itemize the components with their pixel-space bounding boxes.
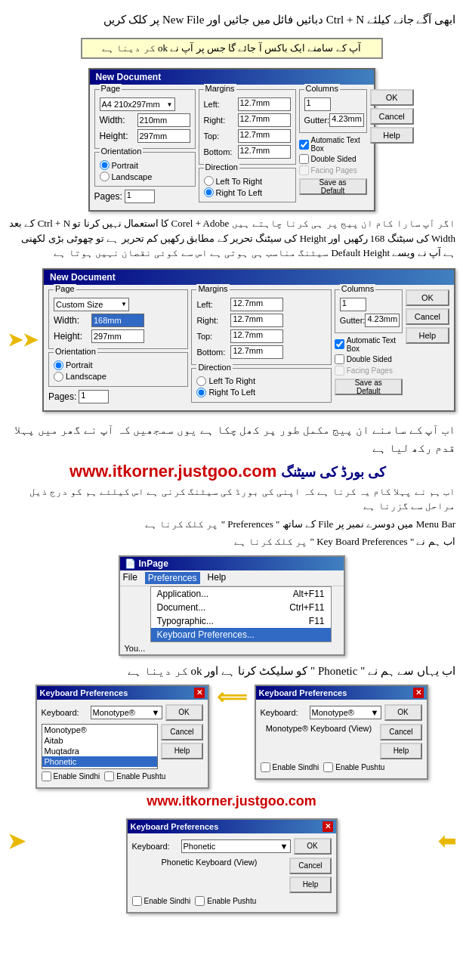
gutter-input[interactable]: 4.23mm bbox=[329, 113, 364, 127]
keyboard-listbox-left[interactable]: Monotype® Aitab Muqtadra Phonetic bbox=[42, 724, 159, 769]
rtl-radio-2[interactable] bbox=[196, 388, 206, 397]
list-item-monotype[interactable]: Monotype® bbox=[42, 725, 158, 735]
cancel-button-bottom[interactable]: Cancel bbox=[289, 858, 331, 874]
help-button-2[interactable]: Help bbox=[406, 327, 449, 344]
gutter-input-2[interactable]: 4.23mm bbox=[365, 314, 400, 327]
columns-input-2[interactable]: 1 bbox=[340, 298, 366, 311]
keyboard-select-left[interactable]: Monotype® ▼ bbox=[91, 706, 162, 719]
rtl-radio[interactable] bbox=[204, 187, 214, 197]
top-margin[interactable]: 12.7mm bbox=[238, 129, 291, 143]
help-button-1[interactable]: Help bbox=[370, 127, 414, 144]
enable-sindhi-right[interactable] bbox=[261, 762, 270, 772]
urdu-text-3: اب ہم نے پہلا کام یہ کرنا ہے کہ اپنی کی … bbox=[8, 484, 455, 514]
bottom-margin-2[interactable]: 12.7mm bbox=[230, 345, 283, 359]
menu-help[interactable]: Help bbox=[208, 572, 227, 584]
auto-textbox-check-2[interactable] bbox=[335, 339, 344, 349]
ok-button-1[interactable]: OK bbox=[370, 89, 414, 106]
ok-button-bottom[interactable]: OK bbox=[294, 838, 332, 855]
page-section-label: Page bbox=[100, 84, 122, 93]
left-margin[interactable]: 12.7mm bbox=[238, 97, 291, 111]
chevron-down-icon-left: ▼ bbox=[152, 708, 160, 717]
enable-sindhi-left[interactable] bbox=[42, 771, 51, 781]
help-button-bottom[interactable]: Help bbox=[289, 876, 331, 893]
ok-button-right[interactable]: OK bbox=[384, 704, 422, 721]
pages-input-2[interactable]: 1 bbox=[79, 390, 109, 403]
portrait-radio-2[interactable] bbox=[54, 360, 63, 370]
preferences-dropdown: Application...Alt+F11 Document...Ctrl+F1… bbox=[150, 586, 332, 642]
menu-item-application[interactable]: Application...Alt+F11 bbox=[151, 587, 331, 601]
arrow-left: ⟸ bbox=[217, 685, 247, 709]
help-button-left[interactable]: Help bbox=[161, 743, 202, 759]
kb-pref-left: Keyboard Preferences ✕ Keyboard: Monotyp… bbox=[35, 685, 209, 789]
enable-pushtu-left[interactable] bbox=[104, 771, 114, 781]
website-banner: www.itkorner.justgoo.com کی بورڈ کی سیٹن… bbox=[8, 462, 455, 481]
chevron-down-icon: ▼ bbox=[167, 101, 173, 108]
arrow-bottom-right: ⬅ bbox=[438, 829, 455, 854]
close-icon-left[interactable]: ✕ bbox=[194, 688, 205, 698]
ltr-radio-2[interactable] bbox=[196, 376, 206, 386]
chevron-down-icon-2: ▼ bbox=[121, 301, 127, 308]
website-banner-2: www.itkorner.justgoo.com bbox=[8, 793, 455, 809]
list-item-muqtadra[interactable]: Muqtadra bbox=[42, 746, 158, 756]
double-sided-check[interactable] bbox=[299, 154, 309, 164]
left-margin-2[interactable]: 12.7mm bbox=[230, 298, 283, 311]
page-size-select[interactable]: A4 210x297mm ▼ bbox=[100, 97, 175, 111]
inpage-window: 📄 InPage File Preferences Help Applicati… bbox=[119, 555, 345, 656]
ltr-radio[interactable] bbox=[204, 176, 214, 186]
close-icon-right[interactable]: ✕ bbox=[413, 688, 424, 698]
enable-pushtu-right[interactable] bbox=[323, 762, 333, 772]
save-default-button-2[interactable]: Save as Default bbox=[335, 379, 403, 395]
double-sided-check-2[interactable] bbox=[335, 354, 344, 364]
kb-pref-container: Keyboard Preferences ✕ Keyboard: Monotyp… bbox=[8, 685, 455, 789]
landscape-radio[interactable] bbox=[100, 172, 110, 181]
portrait-radio[interactable] bbox=[100, 160, 110, 170]
inpage-menubar[interactable]: File Preferences Help bbox=[120, 570, 344, 586]
urdu-text-4: Menu Bar میں دوسرے نمبر پر File کے ساتھ … bbox=[8, 517, 455, 532]
cancel-button-1[interactable]: Cancel bbox=[370, 108, 414, 125]
ok-button-left[interactable]: OK bbox=[165, 704, 203, 721]
height-input-2[interactable]: 297mm bbox=[91, 329, 144, 343]
arrow-bottom-left: ➤ bbox=[8, 829, 25, 854]
menu-preferences[interactable]: Preferences bbox=[145, 572, 200, 584]
pages-input[interactable]: 1 bbox=[125, 190, 155, 203]
landscape-radio-2[interactable] bbox=[54, 372, 63, 382]
new-document-dialog-1: New Document Page A4 210x297mm ▼ Wid bbox=[88, 68, 375, 212]
kb-pref-right: Keyboard Preferences ✕ Keyboard: Monotyp… bbox=[255, 685, 428, 780]
width-input-2[interactable]: 168mm bbox=[91, 314, 144, 327]
menu-item-keyboard-preferences[interactable]: Keyboard Preferences... bbox=[151, 628, 331, 641]
list-item-phonetic[interactable]: Phonetic bbox=[42, 756, 158, 767]
right-margin-2[interactable]: 12.7mm bbox=[230, 314, 283, 327]
columns-input[interactable]: 1 bbox=[304, 97, 331, 111]
right-margin[interactable]: 12.7mm bbox=[238, 113, 291, 127]
help-button-right[interactable]: Help bbox=[380, 743, 421, 759]
facing-pages-check[interactable] bbox=[299, 165, 309, 175]
cancel-button-left[interactable]: Cancel bbox=[161, 724, 202, 740]
dialog-title-2: New Document bbox=[44, 270, 454, 285]
top-margin-2[interactable]: 12.7mm bbox=[230, 329, 283, 343]
cancel-button-right[interactable]: Cancel bbox=[380, 724, 421, 740]
bottom-margin[interactable]: 12.7mm bbox=[238, 145, 291, 159]
arrow-indicator-1: ➤➤ bbox=[8, 329, 38, 351]
dialog-title-1: New Document bbox=[90, 70, 374, 85]
kb-pref-bottom: Keyboard Preferences ✕ Keyboard: Phoneti… bbox=[126, 818, 338, 914]
ok-button-2[interactable]: OK bbox=[406, 289, 449, 306]
width-input[interactable]: 210mm bbox=[137, 113, 190, 127]
facing-pages-check-2[interactable] bbox=[335, 366, 344, 376]
height-input[interactable]: 297mm bbox=[137, 129, 190, 143]
menu-item-document[interactable]: Document...Ctrl+F11 bbox=[151, 601, 331, 614]
page-size-select-2[interactable]: Custom Size ▼ bbox=[54, 298, 129, 311]
auto-textbox-check[interactable] bbox=[299, 140, 309, 150]
save-default-button[interactable]: Save as Default bbox=[299, 178, 367, 195]
close-icon-bottom[interactable]: ✕ bbox=[323, 821, 333, 832]
columns-label-2: Columns bbox=[340, 284, 375, 293]
enable-pushtu-bottom[interactable] bbox=[195, 896, 205, 906]
enable-sindhi-bottom[interactable] bbox=[132, 896, 142, 906]
keyboard-select-right[interactable]: Monotype® ▼ bbox=[310, 706, 381, 719]
page-wrapper: ابھی آگے جانے کیلئے Ctrl + N دبائیں فائل… bbox=[0, 0, 463, 929]
keyboard-select-bottom[interactable]: Phonetic ▼ bbox=[181, 839, 291, 853]
menu-item-typographic[interactable]: Typographic...F11 bbox=[151, 614, 331, 628]
menu-file[interactable]: File bbox=[123, 572, 137, 584]
list-item-aitab[interactable]: Aitab bbox=[42, 735, 158, 746]
cancel-button-2[interactable]: Cancel bbox=[406, 308, 449, 325]
inpage-titlebar: 📄 InPage bbox=[120, 557, 344, 570]
